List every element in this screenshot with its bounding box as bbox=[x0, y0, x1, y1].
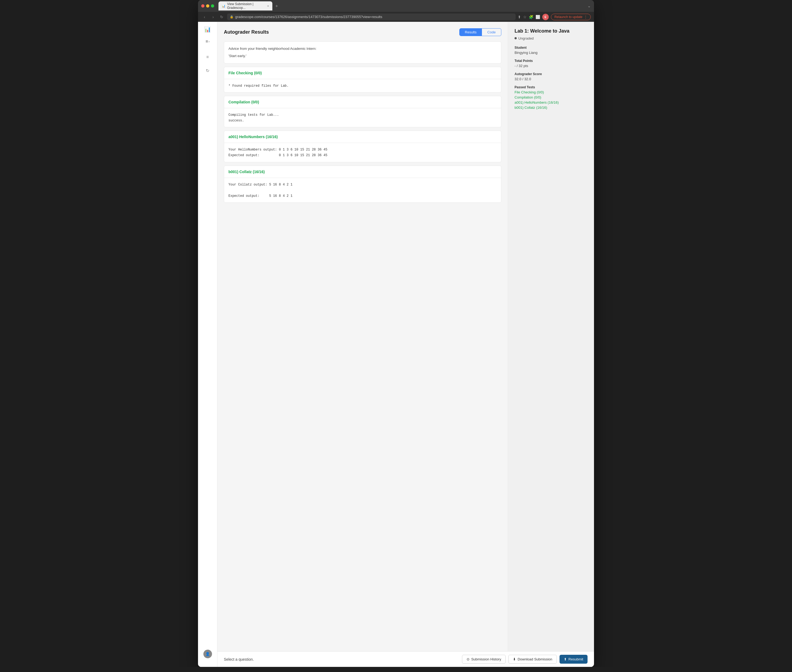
relaunch-button[interactable]: Relaunch to update ⋮ bbox=[551, 14, 591, 20]
download-submission-label: Download Submission bbox=[518, 657, 552, 661]
panel-title: Autograder Results bbox=[224, 29, 269, 35]
back-button[interactable]: ‹ bbox=[201, 14, 208, 20]
sidebar-menu-button[interactable]: ≡› bbox=[205, 39, 210, 44]
resubmit-label: Resubmit bbox=[568, 657, 583, 661]
student-label: Student bbox=[515, 46, 588, 50]
file-checking-body: * Found required files for Lab. bbox=[228, 84, 289, 88]
bookmark-icon[interactable]: ☆ bbox=[523, 15, 527, 19]
sidebar-user-icon[interactable]: 👤 bbox=[204, 650, 212, 658]
total-points-label: Total Points bbox=[515, 59, 588, 63]
ungraded-label: Ungraded bbox=[518, 36, 534, 40]
compilation-card: Compilation (0/0) Compiling tests for La… bbox=[224, 96, 501, 127]
collatz-title: b001) Collatz (16/16) bbox=[224, 166, 501, 178]
file-checking-title: File Checking (0/0) bbox=[224, 67, 501, 79]
code-tab[interactable]: Code bbox=[482, 29, 501, 36]
passed-tests-list: File Checking (0/0) Compilation (0/0) a0… bbox=[515, 90, 588, 110]
left-panel: Autograder Results Results Code Advice f… bbox=[217, 22, 508, 651]
active-tab[interactable]: 📊 View Submission | Gradescop... ✕ bbox=[218, 2, 273, 11]
passed-tests-label: Passed Tests bbox=[515, 85, 588, 89]
url-text: gradescope.com/courses/137626/assignment… bbox=[235, 15, 382, 19]
assignment-title: Lab 1: Welcome to Java bbox=[515, 28, 588, 34]
resubmit-button[interactable]: ⬆ Resubmit bbox=[560, 655, 588, 664]
minimize-button[interactable] bbox=[206, 4, 209, 8]
advice-card: Advice from your friendly neighborhood A… bbox=[224, 42, 501, 64]
passed-test-hello-numbers[interactable]: a001) HelloNumbers (16/16) bbox=[515, 101, 588, 104]
hello-numbers-body: Your HelloNumbers output: 0 1 3 6 10 15 … bbox=[228, 148, 327, 157]
file-checking-card: File Checking (0/0) * Found required fil… bbox=[224, 67, 501, 93]
sidebar-logo-icon: 📊 bbox=[204, 26, 211, 33]
passed-test-collatz[interactable]: b001) Collatz (16/16) bbox=[515, 106, 588, 110]
tab-close-icon[interactable]: ✕ bbox=[267, 5, 269, 8]
share-icon[interactable]: ⬆ bbox=[518, 15, 521, 19]
compilation-body: Compiling tests for Lab... success. bbox=[228, 113, 279, 123]
close-button[interactable] bbox=[201, 4, 204, 8]
autograder-score-value: 32.0 / 32.0 bbox=[515, 77, 588, 81]
collatz-body: Your Collatz output: 5 16 8 4 2 1 Expect… bbox=[228, 183, 293, 198]
split-view-icon[interactable]: ⬜ bbox=[535, 15, 540, 19]
tab-expand-icon: ⌄ bbox=[588, 4, 591, 8]
submission-history-label: Submission History bbox=[471, 657, 501, 661]
autograder-score-label: Autograder Score bbox=[515, 72, 588, 76]
download-icon: ⬇ bbox=[513, 657, 516, 661]
ungraded-dot bbox=[515, 37, 517, 39]
select-question-text: Select a question. bbox=[224, 657, 254, 661]
submission-history-button[interactable]: ⊙ Submission History bbox=[462, 655, 506, 664]
advice-line1: Advice from your friendly neighborhood A… bbox=[228, 46, 497, 52]
total-points-value: - / 32 pts bbox=[515, 64, 588, 68]
compilation-title: Compilation (0/0) bbox=[224, 96, 501, 108]
forward-button[interactable]: › bbox=[210, 14, 216, 20]
passed-test-file-checking[interactable]: File Checking (0/0) bbox=[515, 90, 588, 94]
hello-numbers-card: a001) HelloNumbers (16/16) Your HelloNum… bbox=[224, 131, 501, 162]
student-name: Bingying Liang bbox=[515, 51, 588, 54]
passed-test-compilation[interactable]: Compilation (0/0) bbox=[515, 95, 588, 99]
tab-title: View Submission | Gradescop... bbox=[227, 2, 264, 10]
ungraded-badge: Ungraded bbox=[515, 36, 534, 40]
user-avatar[interactable]: E bbox=[542, 14, 549, 20]
bottom-bar: Select a question. ⊙ Submission History … bbox=[217, 651, 594, 667]
results-tab[interactable]: Results bbox=[460, 29, 482, 36]
results-code-tab-group: Results Code bbox=[459, 28, 501, 36]
hello-numbers-title: a001) HelloNumbers (16/16) bbox=[224, 131, 501, 143]
maximize-button[interactable] bbox=[211, 4, 214, 8]
lock-icon: 🔒 bbox=[230, 15, 234, 19]
relaunch-label: Relaunch to update bbox=[555, 15, 582, 19]
right-panel: Lab 1: Welcome to Java Ungraded Student … bbox=[508, 22, 594, 651]
download-submission-button[interactable]: ⬇ Download Submission bbox=[508, 655, 557, 664]
collatz-card: b001) Collatz (16/16) Your Collatz outpu… bbox=[224, 166, 501, 203]
sidebar-refresh-icon[interactable]: ↻ bbox=[204, 66, 212, 75]
sidebar: 📊 ≡› ≡ ↻ 👤 bbox=[198, 22, 217, 667]
advice-line2: 'Start early.' bbox=[228, 53, 497, 59]
history-icon: ⊙ bbox=[467, 657, 470, 661]
relaunch-menu-icon: ⋮ bbox=[584, 15, 587, 19]
refresh-button[interactable]: ↻ bbox=[218, 14, 225, 20]
tab-favicon-icon: 📊 bbox=[222, 4, 226, 8]
new-tab-button[interactable]: ＋ bbox=[273, 2, 280, 10]
address-field[interactable]: 🔒 gradescope.com/courses/137626/assignme… bbox=[227, 13, 516, 20]
extensions-icon[interactable]: 🧩 bbox=[529, 15, 533, 19]
resubmit-icon: ⬆ bbox=[564, 657, 567, 661]
sidebar-list-icon[interactable]: ≡ bbox=[204, 53, 211, 62]
